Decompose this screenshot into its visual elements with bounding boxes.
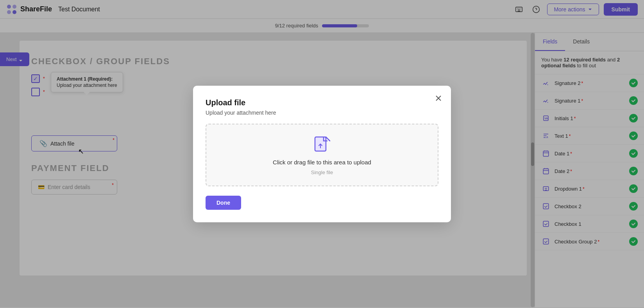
file-upload-svg	[313, 135, 331, 154]
modal-subtitle: Upload your attachment here	[206, 110, 438, 116]
modal-done-button[interactable]: Done	[206, 196, 241, 210]
upload-file-icon	[312, 135, 332, 155]
upload-modal: Upload file Upload your attachment here …	[193, 86, 451, 222]
modal-title: Upload file	[206, 98, 438, 107]
modal-close-button[interactable]	[432, 92, 445, 104]
close-icon	[435, 95, 442, 101]
modal-overlay[interactable]: Upload file Upload your attachment here …	[0, 0, 644, 308]
upload-text: Click or drag file to this area to uploa…	[273, 159, 371, 166]
upload-drop-area[interactable]: Click or drag file to this area to uploa…	[206, 124, 438, 186]
upload-subtext: Single file	[311, 169, 333, 175]
